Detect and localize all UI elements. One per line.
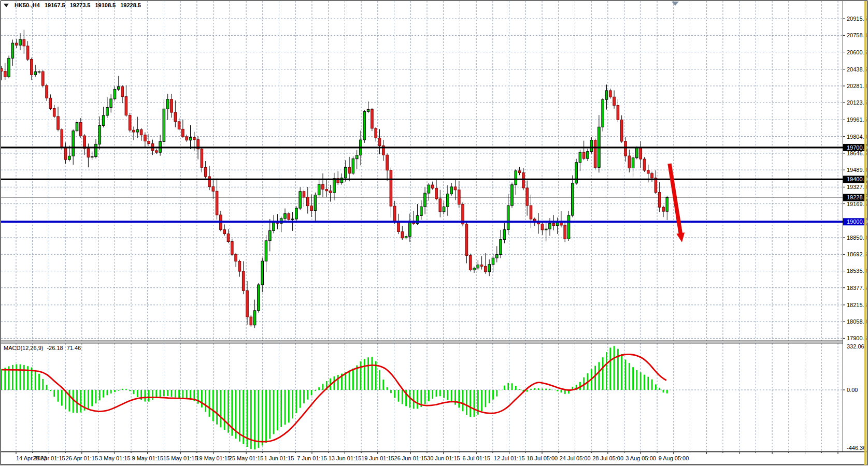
time-label: 28 Jul 05:00	[592, 455, 623, 461]
price-label: 18692.5	[847, 251, 867, 257]
price-label: 18058.0	[847, 318, 867, 325]
price-badge-19700.0-text: 19700.0	[847, 144, 867, 151]
time-label: 19 Jun 01:15	[361, 455, 394, 461]
time-label: 3 May 01:15	[99, 455, 131, 461]
time-label: 9 May 01:15	[132, 455, 164, 461]
macd-name: MACD(12,26,9)	[4, 345, 43, 351]
time-axis[interactable]: 14 Apr 202320 Apr 01:1526 Apr 01:153 May…	[1, 452, 867, 462]
price-label: 18215.5	[847, 302, 867, 308]
price-label: 18535.0	[847, 268, 867, 274]
price-badge-19400.0-text: 19400.0	[847, 176, 867, 182]
time-label: 9 Aug 05:00	[659, 455, 689, 461]
price-label: 18850.0	[847, 235, 867, 241]
price-scale[interactable]: 20915.520758.020600.520438.520281.020123…	[843, 1, 867, 452]
time-label: 13 Jun 01:15	[329, 455, 362, 461]
chart-background	[1, 1, 867, 465]
time-label: 25 May 01:15	[229, 455, 264, 461]
price-label: 19961.5	[847, 116, 867, 123]
macd-value: -26.18	[47, 345, 63, 351]
chart-canvas[interactable]: 20915.520758.020600.520438.520281.020123…	[0, 0, 868, 466]
time-label: 1 Jun 01:15	[264, 455, 294, 461]
price-label: 19327.0	[847, 184, 867, 190]
macd-min-label: -446.36	[847, 445, 866, 451]
time-label: 24 Jul 05:00	[560, 455, 591, 461]
ohlc-close: 19228.5	[120, 2, 141, 8]
macd-signal-value: 71.46	[67, 345, 81, 351]
ohlc-open: 19167.5	[45, 2, 65, 8]
time-label: 30 Jun 01:15	[427, 455, 460, 461]
price-badge-19000.0-text: 19000.0	[847, 219, 867, 225]
macd-indicator-label: MACD(12,26,9) -26.18 71.46	[4, 345, 81, 351]
ohlc-low: 19108.5	[95, 2, 116, 8]
time-label: 6 Jul 01:15	[462, 455, 490, 461]
symbol-dropdown-icon[interactable]	[4, 4, 9, 7]
chart-window: 20915.520758.020600.520438.520281.020123…	[0, 0, 868, 466]
current-price-badge-text: 19228.5	[847, 194, 867, 200]
time-label: 15 May 01:15	[163, 455, 198, 461]
symbol-label: HK50-,H4	[15, 2, 40, 8]
time-label: 19 May 01:15	[196, 455, 231, 461]
time-label: 3 Aug 05:00	[625, 455, 656, 461]
price-label: 20281.0	[847, 83, 867, 89]
price-label: 19489.0	[847, 167, 867, 173]
time-label: 26 Jun 01:15	[394, 455, 428, 461]
price-label: 20915.5	[847, 16, 867, 22]
ohlc-high: 19273.5	[70, 2, 91, 8]
time-label: 26 Apr 01:15	[66, 455, 98, 461]
price-label: 20123.5	[847, 99, 867, 106]
time-label: 12 Jul 01:15	[494, 455, 525, 461]
price-label: 18377.5	[847, 285, 867, 291]
time-label: 18 Jul 05:00	[527, 455, 558, 461]
time-label: 20 Apr 01:15	[33, 455, 65, 461]
price-label: 19169.5	[847, 201, 867, 207]
price-label: 20758.0	[847, 32, 867, 38]
macd-max-label: 332.06	[847, 343, 864, 350]
price-label: 19804.0	[847, 134, 867, 140]
macd-zero-label: 0.00	[847, 387, 858, 393]
chart-header: HK50-,H4 19167.5 19273.5 19108.5 19228.5	[4, 2, 141, 8]
price-label: 17900.5	[847, 335, 867, 341]
price-label: 20438.5	[847, 66, 867, 72]
time-label: 7 Jun 01:15	[297, 455, 327, 461]
window-edge-strip	[864, 1, 867, 465]
price-label: 20600.5	[847, 49, 867, 55]
